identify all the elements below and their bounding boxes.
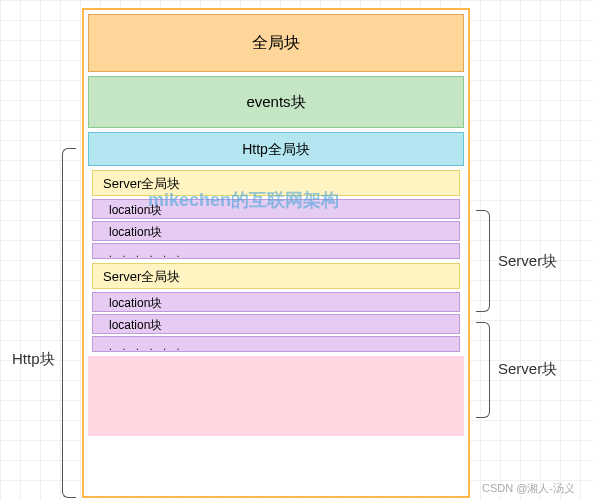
server-label-2: Server块 xyxy=(498,360,557,379)
server-bracket-2 xyxy=(476,322,490,418)
server-global-block: Server全局块 xyxy=(92,263,460,289)
server-label-1: Server块 xyxy=(498,252,557,271)
events-block: events块 xyxy=(88,76,464,128)
http-label: Http块 xyxy=(12,350,55,369)
location-block: location块 xyxy=(92,292,460,312)
server-block-2: Server全局块 location块 location块 . . . . . … xyxy=(88,263,464,352)
nginx-config-diagram: 全局块 events块 Http全局块 Server全局块 location块 … xyxy=(82,8,470,498)
server-bracket-1 xyxy=(476,210,490,312)
global-block: 全局块 xyxy=(88,14,464,72)
http-bracket xyxy=(62,148,76,498)
ellipsis-block: . . . . . . xyxy=(92,336,460,352)
server-block-1: Server全局块 location块 location块 . . . . . … xyxy=(88,170,464,259)
more-block xyxy=(88,356,464,436)
http-global-block: Http全局块 xyxy=(88,132,464,166)
location-block: location块 xyxy=(92,221,460,241)
server-global-block: Server全局块 xyxy=(92,170,460,196)
ellipsis-block: . . . . . . xyxy=(92,243,460,259)
location-block: location块 xyxy=(92,199,460,219)
footer-watermark: CSDN @湘人-汤义 xyxy=(482,481,575,496)
location-block: location块 xyxy=(92,314,460,334)
